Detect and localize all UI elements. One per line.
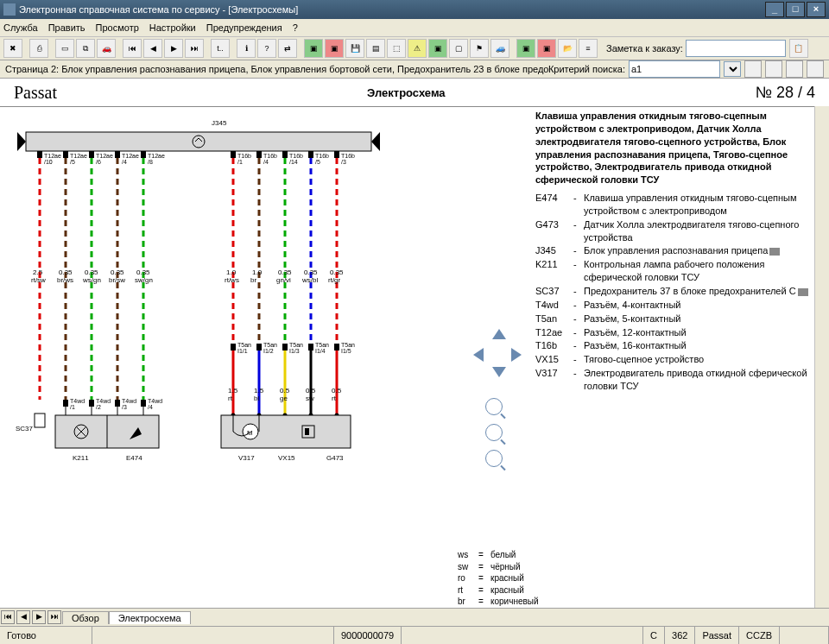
- svg-text:0.35: 0.35: [278, 268, 292, 276]
- svg-text:/1: /1: [237, 159, 243, 165]
- svg-text:T4wd: T4wd: [148, 398, 162, 404]
- tab-next-icon[interactable]: ▶: [32, 610, 46, 624]
- svg-text:E474: E474: [126, 454, 142, 462]
- search-down-icon[interactable]: [807, 60, 824, 78]
- tab-prev-icon[interactable]: ◀: [16, 610, 30, 624]
- legend-row: T5an-Разъём, 5-контактный: [535, 313, 808, 325]
- svg-rect-63: [115, 400, 120, 407]
- svg-text:0.5: 0.5: [332, 387, 342, 395]
- tab-first-icon[interactable]: ⏮: [1, 610, 15, 624]
- component-legend: Клавиша управления откидным тягово-сцепн…: [528, 106, 815, 608]
- pan-right-icon[interactable]: [511, 348, 522, 362]
- svg-text:T4wd: T4wd: [96, 398, 111, 404]
- svg-text:T12ae: T12ae: [148, 153, 165, 159]
- tool-tree-icon[interactable]: t..: [211, 39, 230, 58]
- svg-rect-105: [308, 344, 313, 350]
- tool-warn-icon[interactable]: ⚠: [408, 39, 427, 58]
- svg-text:rt/gr: rt/gr: [328, 276, 341, 284]
- menu-settings[interactable]: Настройки: [149, 22, 196, 33]
- tool-box-icon[interactable]: ▢: [449, 39, 468, 58]
- svg-text:/4: /4: [263, 159, 269, 165]
- tool-save-icon[interactable]: 💾: [345, 39, 364, 58]
- tool-car2-icon[interactable]: 🚙: [490, 39, 509, 58]
- search-input[interactable]: [629, 60, 720, 78]
- svg-text:T12ae: T12ae: [96, 153, 113, 159]
- search-history-select[interactable]: [724, 61, 741, 77]
- wiring-diagram[interactable]: J345T12ae/10T12ae/5T12ae/6T12ae/4T12ae/8…: [0, 106, 528, 608]
- svg-rect-59: [89, 400, 94, 407]
- tool-r2-icon[interactable]: ▣: [537, 39, 556, 58]
- svg-text:J345: J345: [212, 119, 227, 127]
- tool-first-icon[interactable]: ⏮: [123, 39, 142, 58]
- svg-text:rt: rt: [332, 395, 337, 402]
- pan-up-icon[interactable]: [492, 329, 506, 339]
- tool-copy-icon[interactable]: ⧉: [76, 39, 95, 58]
- menu-edit[interactable]: Править: [48, 22, 85, 33]
- pan-left-icon[interactable]: [473, 348, 484, 362]
- tool-next-icon[interactable]: ▶: [164, 39, 183, 58]
- menu-help[interactable]: ?: [293, 22, 298, 33]
- camera-icon: [798, 288, 808, 296]
- minimize-button[interactable]: _: [765, 2, 784, 17]
- menu-service[interactable]: Служба: [3, 22, 38, 33]
- search-go-icon[interactable]: [744, 60, 762, 78]
- svg-text:1.0: 1.0: [226, 268, 237, 276]
- tool-swap-icon[interactable]: ⇄: [278, 39, 297, 58]
- scrollbar-vertical[interactable]: [814, 106, 829, 608]
- menu-warnings[interactable]: Предупреждения: [206, 22, 282, 33]
- svg-text:M: M: [247, 429, 253, 437]
- svg-rect-12: [115, 151, 120, 158]
- tool-last-icon[interactable]: ⏭: [185, 39, 204, 58]
- tool-explode-icon[interactable]: ⬚: [387, 39, 406, 58]
- maximize-button[interactable]: □: [786, 2, 805, 17]
- search-up-icon[interactable]: [786, 60, 803, 78]
- search-opt-icon[interactable]: [765, 60, 782, 78]
- toolbar: ✖ ⎙ ▭ ⧉ 🚗 ⏮ ◀ ▶ ⏭ t.. ℹ ? ⇄ ▣ ▣ 💾 ▤ ⬚ ⚠ …: [0, 37, 829, 60]
- tool-red1-icon[interactable]: ▣: [325, 39, 344, 58]
- tool-doc-icon[interactable]: ▭: [55, 39, 74, 58]
- tool-calendar-icon[interactable]: 📋: [789, 39, 808, 58]
- zoom-in-icon[interactable]: [485, 398, 503, 415]
- svg-text:br/ws: br/ws: [57, 276, 73, 284]
- svg-text:sw/gn: sw/gn: [135, 276, 153, 284]
- tool-prev-icon[interactable]: ◀: [143, 39, 162, 58]
- svg-rect-18: [231, 151, 236, 158]
- vehicle-brand: Passat: [14, 83, 57, 103]
- svg-text:T5an: T5an: [263, 342, 277, 348]
- tool-info-icon[interactable]: ℹ: [237, 39, 256, 58]
- tool-lines-icon[interactable]: ≡: [579, 39, 598, 58]
- svg-text:T16b: T16b: [315, 153, 329, 159]
- zoom-fit-icon[interactable]: [485, 424, 503, 441]
- svg-text:/1: /1: [70, 404, 75, 410]
- tool-help-icon[interactable]: ?: [257, 39, 276, 58]
- tool-g3-icon[interactable]: ▣: [516, 39, 535, 58]
- tab-overview[interactable]: Обзор: [62, 611, 109, 624]
- svg-text:sw: sw: [306, 395, 314, 402]
- tool-stop-icon[interactable]: ✖: [3, 39, 22, 58]
- svg-text:/14: /14: [289, 159, 298, 165]
- svg-text:V317: V317: [238, 454, 255, 462]
- svg-rect-55: [63, 400, 68, 407]
- tool-open-icon[interactable]: 📂: [558, 39, 577, 58]
- tool-book-icon[interactable]: ▤: [366, 39, 385, 58]
- breadcrumb: Страница 2: Блок управления распознавани…: [5, 64, 548, 74]
- svg-text:0.35: 0.35: [59, 268, 73, 276]
- zoom-out-icon[interactable]: [485, 450, 503, 467]
- tool-print-icon[interactable]: ⎙: [29, 39, 48, 58]
- tab-schematic[interactable]: Электросхема: [109, 611, 191, 624]
- pan-down-icon[interactable]: [492, 367, 506, 377]
- app-icon: [3, 3, 16, 16]
- svg-text:T12ae: T12ae: [44, 153, 61, 159]
- svg-text:I1/2: I1/2: [263, 348, 274, 354]
- diagram-title: Электросхема: [57, 86, 756, 99]
- tool-flag-icon[interactable]: ⚑: [470, 39, 489, 58]
- tab-last-icon[interactable]: ⏭: [47, 610, 61, 624]
- tool-car-icon[interactable]: 🚗: [97, 39, 116, 58]
- close-button[interactable]: ×: [807, 2, 826, 17]
- tool-g2-icon[interactable]: ▣: [428, 39, 447, 58]
- order-note-input[interactable]: [686, 40, 786, 57]
- svg-rect-102: [282, 344, 288, 350]
- menu-view[interactable]: Просмотр: [96, 22, 139, 33]
- svg-rect-24: [282, 151, 288, 158]
- tool-green1-icon[interactable]: ▣: [304, 39, 323, 58]
